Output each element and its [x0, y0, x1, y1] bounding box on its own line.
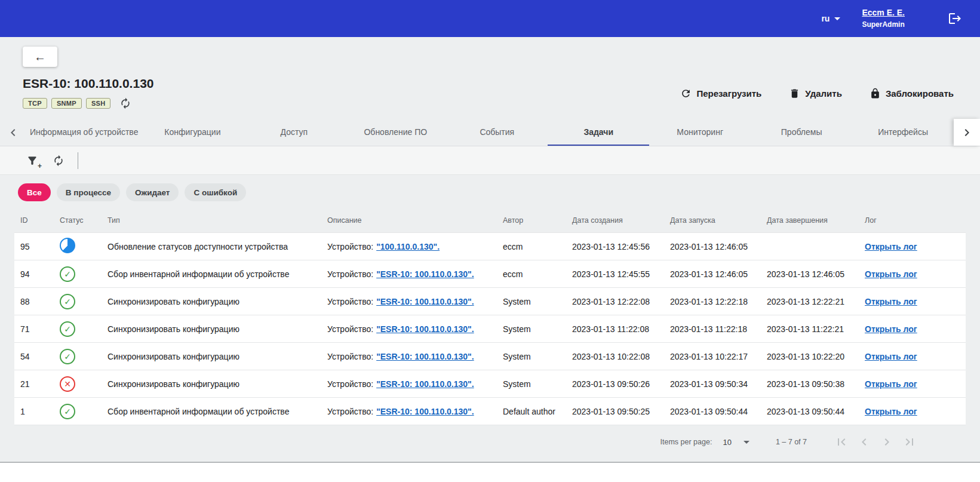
- items-per-page-select[interactable]: 10: [723, 438, 749, 447]
- back-button[interactable]: ←: [23, 47, 57, 67]
- task-description: Устройство:"ESR-10: 100.110.0.130".: [321, 315, 497, 343]
- tab-problems[interactable]: Проблемы: [751, 119, 852, 146]
- task-created: 2023-01-13 12:45:55: [566, 260, 664, 288]
- tab-interfaces[interactable]: Интерфейсы: [852, 119, 954, 146]
- status-filter-chips: Все В процессе Ожидает С ошибкой: [0, 175, 980, 206]
- device-link[interactable]: "100.110.0.130".: [376, 242, 440, 251]
- task-started: 2023-01-13 12:22:18: [664, 288, 761, 315]
- task-log-cell: Открыть лог: [859, 370, 966, 398]
- refresh-status-button[interactable]: [118, 96, 133, 110]
- open-log-link[interactable]: Открыть лог: [865, 407, 917, 416]
- next-page-button[interactable]: [878, 434, 895, 450]
- task-status-cell: [54, 260, 102, 288]
- chevron-left-icon: [6, 125, 20, 140]
- col-description: Описание: [321, 208, 497, 233]
- status-success-icon: [60, 404, 75, 419]
- tab-device-info[interactable]: Информация об устройстве: [26, 119, 142, 146]
- description-prefix: Устройство:: [327, 379, 373, 389]
- task-description: Устройство:"ESR-10: 100.110.0.130".: [321, 370, 497, 398]
- logout-icon: [948, 11, 962, 26]
- tabs-scroll-left-button[interactable]: [0, 119, 26, 146]
- add-filter-button[interactable]: +: [25, 153, 39, 168]
- task-id: 54: [14, 343, 54, 370]
- app-header: ru Eccm E. E. SuperAdmin: [0, 0, 980, 37]
- items-per-page-value: 10: [723, 438, 731, 447]
- col-log: Лог: [859, 208, 966, 233]
- filter-chip-in-progress[interactable]: В процессе: [57, 183, 120, 201]
- block-button[interactable]: Заблокировать: [870, 88, 954, 99]
- main-content: ← ESR-10: 100.110.0.130 TCP SNMP SSH Пе: [0, 37, 980, 482]
- last-page-button[interactable]: [901, 434, 918, 450]
- task-type: Синхронизировать конфигурацию: [102, 343, 321, 370]
- task-author: System: [497, 370, 566, 398]
- chevron-right-icon: [880, 435, 894, 449]
- task-finished: 2023-01-13 10:22:20: [761, 343, 859, 370]
- first-page-button[interactable]: [833, 434, 850, 450]
- device-link[interactable]: "ESR-10: 100.110.0.130".: [376, 269, 474, 279]
- device-link[interactable]: "ESR-10: 100.110.0.130".: [376, 297, 474, 306]
- task-type: Сбор инвентарной информации об устройств…: [102, 260, 321, 288]
- task-row: 21 Синхронизировать конфигурацию Устройс…: [14, 370, 966, 398]
- delete-button[interactable]: Удалить: [789, 88, 842, 99]
- toolbar-divider: [78, 152, 78, 169]
- horizontal-scrollbar[interactable]: [0, 462, 980, 482]
- description-prefix: Устройство:: [327, 407, 373, 416]
- task-row: 95 Обновление статусов доступности устро…: [14, 233, 966, 260]
- tab-events[interactable]: События: [446, 119, 548, 146]
- tasks-table: ID Статус Тип Описание Автор Дата создан…: [14, 208, 966, 425]
- task-log-cell: Открыть лог: [859, 398, 966, 425]
- device-actions: Перезагрузить Удалить Заблокировать: [680, 88, 954, 99]
- filter-chip-waiting[interactable]: Ожидает: [126, 183, 179, 201]
- refresh-tasks-button[interactable]: [51, 153, 66, 168]
- page-range-label: 1 – 7 of 7: [776, 438, 807, 446]
- description-prefix: Устройство:: [327, 352, 373, 361]
- sync-icon: [53, 155, 64, 167]
- logout-button[interactable]: [947, 10, 963, 27]
- tab-firmware-update[interactable]: Обновление ПО: [345, 119, 446, 146]
- device-link[interactable]: "ESR-10: 100.110.0.130".: [376, 324, 474, 334]
- open-log-link[interactable]: Открыть лог: [865, 379, 917, 389]
- trash-icon: [789, 88, 800, 99]
- tag-snmp: SNMP: [51, 98, 82, 109]
- task-author: System: [497, 288, 566, 315]
- device-link[interactable]: "ESR-10: 100.110.0.130".: [376, 352, 474, 361]
- task-log-cell: Открыть лог: [859, 343, 966, 370]
- description-prefix: Устройство:: [327, 297, 373, 306]
- protocol-tags: TCP SNMP SSH: [23, 96, 154, 110]
- device-header: ESR-10: 100.110.0.130 TCP SNMP SSH Перез…: [0, 76, 980, 110]
- task-status-cell: [54, 343, 102, 370]
- tab-tasks[interactable]: Задачи: [548, 119, 649, 146]
- task-author: eccm: [497, 233, 566, 260]
- tab-monitoring[interactable]: Мониторинг: [649, 119, 751, 146]
- task-status-cell: [54, 315, 102, 343]
- lock-icon: [870, 88, 881, 99]
- user-role-label: SuperAdmin: [862, 21, 905, 29]
- tabs-scroll-right-button[interactable]: [954, 119, 980, 146]
- tab-access[interactable]: Доступ: [243, 119, 345, 146]
- status-success-icon: [60, 321, 75, 337]
- open-log-link[interactable]: Открыть лог: [865, 269, 917, 279]
- task-type: Синхронизировать конфигурацию: [102, 288, 321, 315]
- tag-tcp: TCP: [23, 98, 47, 109]
- filter-chip-all[interactable]: Все: [18, 183, 51, 201]
- status-error-icon: [60, 376, 75, 392]
- plus-icon: +: [38, 162, 42, 170]
- user-name-link[interactable]: Eccm E. E.: [862, 8, 905, 17]
- filter-chip-with-error[interactable]: С ошибкой: [185, 183, 246, 201]
- device-link[interactable]: "ESR-10: 100.110.0.130".: [376, 407, 474, 416]
- language-switcher[interactable]: ru: [821, 14, 840, 23]
- chevron-left-icon: [857, 435, 871, 449]
- task-row: 1 Сбор инвентарной информации об устройс…: [14, 398, 966, 425]
- task-row: 88 Синхронизировать конфигурацию Устройс…: [14, 288, 966, 315]
- task-id: 95: [14, 233, 54, 260]
- reboot-button[interactable]: Перезагрузить: [680, 88, 761, 99]
- language-label: ru: [821, 14, 830, 23]
- device-link[interactable]: "ESR-10: 100.110.0.130".: [376, 379, 474, 389]
- previous-page-button[interactable]: [856, 434, 873, 450]
- tab-configurations[interactable]: Конфигурации: [142, 119, 243, 146]
- open-log-link[interactable]: Открыть лог: [865, 297, 917, 306]
- description-prefix: Устройство:: [327, 324, 373, 334]
- open-log-link[interactable]: Открыть лог: [865, 352, 917, 361]
- open-log-link[interactable]: Открыть лог: [865, 324, 917, 334]
- open-log-link[interactable]: Открыть лог: [865, 242, 917, 251]
